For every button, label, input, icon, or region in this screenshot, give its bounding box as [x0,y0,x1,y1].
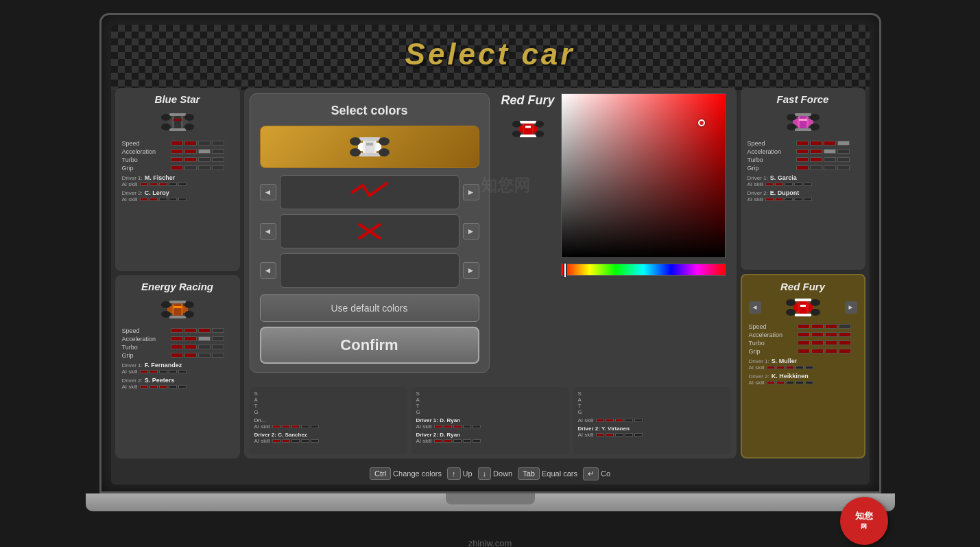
color-preview-button[interactable] [260,126,479,168]
preview-car-svg [332,132,407,162]
hue-slider[interactable] [561,264,726,276]
blue-star-stats: Speed Acceleration Turbo Grip [122,140,233,172]
color-slot-2[interactable] [280,214,459,248]
svg-point-49 [787,124,796,130]
svg-rect-13 [169,301,186,303]
svg-point-50 [810,124,820,130]
slot2-right-arrow[interactable]: ► [463,223,479,240]
left-column: Blue Star [115,88,240,458]
slot2-left-arrow[interactable]: ◄ [260,223,276,240]
zhiniw-badge: 知您 网 [840,497,888,545]
red-fury-prev-arrow[interactable]: ◄ [749,301,761,314]
energy-racing-car-image [122,295,233,324]
enter-key[interactable]: ↵ [583,467,599,480]
svg-rect-61 [800,305,806,307]
svg-rect-44 [800,115,806,130]
fast-force-car-svg [769,109,837,135]
color-slot-1-row: ◄ ► [260,175,479,209]
svg-point-25 [350,137,361,146]
bottom-card-3[interactable]: S A T G AI skill Driver 2: Y. Virtanen A… [573,387,731,454]
slot3-right-arrow[interactable]: ► [463,262,479,279]
red-fury-center-car [498,113,558,145]
shortcuts-bar: Ctrl Change colors ↑ Up ↓ Down Tab Equal… [111,467,870,480]
fast-force-card[interactable]: Fast Force [741,88,865,270]
svg-point-60 [811,309,820,316]
center-bg: Select colors [244,88,737,458]
svg-rect-12 [174,302,181,317]
color-picker-cursor [698,119,705,126]
svg-rect-22 [365,139,374,155]
blue-star-card[interactable]: Blue Star [115,88,240,271]
svg-rect-41 [525,126,531,128]
svg-rect-4 [169,128,186,131]
game-screen: Select car Blue Star [111,25,870,485]
svg-rect-54 [800,299,806,316]
down-label: Down [493,469,512,478]
color-gradient-box[interactable] [561,93,726,258]
svg-rect-24 [359,153,380,156]
red-fury-next-arrow[interactable]: ► [845,301,857,314]
page-title-text: Select car [405,37,575,71]
energy-racing-card[interactable]: Energy Racing [115,275,240,458]
bottom-card-1[interactable]: S A T G Dri... AI skill Driver 2: C. San… [250,387,407,454]
center-column: Select colors [244,88,737,458]
equal-cars-label: Equal cars [542,469,577,478]
svg-point-7 [161,124,171,130]
fast-force-car-image [748,108,859,137]
svg-point-18 [184,311,194,318]
slot1-right-arrow[interactable]: ► [463,184,479,200]
svg-point-37 [512,121,521,128]
page-title: Select car [405,37,575,71]
blue-star-car-image [122,108,233,137]
energy-racing-stats: Speed Acceleration Turbo Grip [122,327,233,359]
up-label: Up [463,469,473,478]
svg-rect-14 [169,316,186,318]
svg-point-5 [161,114,171,121]
svg-rect-36 [520,135,536,137]
confirm-button[interactable]: Confirm [260,327,479,364]
color-picker-panel [561,93,731,276]
fast-force-drivers: Driver 1:S. Garcia AI skill Driver 2:E. … [748,174,859,202]
svg-point-26 [379,137,390,146]
svg-rect-29 [366,143,373,146]
blue-star-drivers: Driver 1:M. Fischer AI skill Driver 2:C.… [122,174,233,202]
down-key[interactable]: ↓ [478,467,492,480]
blue-star-title: Blue Star [122,93,233,105]
red-fury-card[interactable]: Red Fury ◄ [741,274,865,458]
red-fury-center-title: Red Fury [498,93,558,108]
ctrl-key[interactable]: Ctrl [370,467,391,480]
screen-bezel: Select car Blue Star [99,13,881,493]
url-label: zhiniw.com [468,538,512,548]
bottom-card-2[interactable]: S A T G Driver 1: D. Ryan AI skill Drive… [411,387,569,454]
svg-rect-23 [359,137,380,141]
color-slot-3-row: ◄ ► [260,253,479,288]
use-default-colors-button[interactable]: Use default colors [260,294,479,322]
hue-marker [563,262,567,279]
red-fury-nav: ◄ [749,295,857,320]
red-fury-stats: Speed Acceleration Turbo Grip [749,323,857,355]
cards-layout: Blue Star [115,88,865,458]
color-selector-modal: Select colors [250,93,490,373]
svg-point-8 [184,124,194,130]
red-fury-center-svg [498,113,558,145]
svg-point-57 [786,299,796,306]
energy-racing-car-svg [143,296,212,323]
slot1-left-arrow[interactable]: ◄ [260,184,276,200]
fast-force-title: Fast Force [748,93,859,105]
color-selector-title: Select colors [260,104,479,118]
svg-point-6 [184,114,194,121]
svg-point-47 [787,114,796,121]
color-slot-1[interactable] [280,175,459,209]
energy-racing-title: Energy Racing [122,281,233,292]
svg-point-16 [184,301,194,308]
svg-point-59 [786,309,796,316]
svg-rect-35 [520,121,536,124]
up-key[interactable]: ↑ [447,467,461,480]
svg-rect-56 [795,314,811,316]
svg-point-17 [161,311,171,318]
color-slot-3[interactable] [280,253,459,288]
tab-key[interactable]: Tab [518,467,540,480]
confirm-shortcut-label: Co [601,469,610,478]
slot3-left-arrow[interactable]: ◄ [260,262,276,279]
svg-rect-55 [795,299,811,301]
